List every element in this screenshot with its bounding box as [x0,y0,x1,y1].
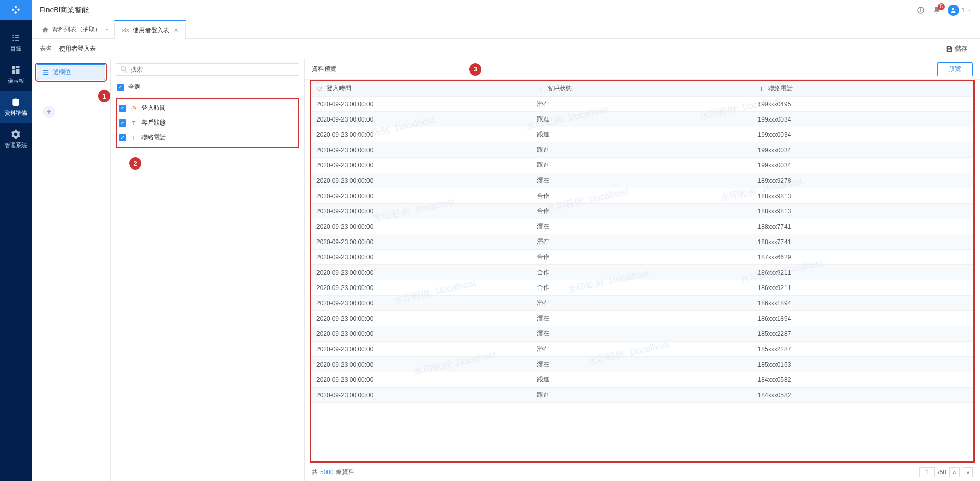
field-row[interactable]: ✓◷登入時間 [118,101,297,115]
table-cell: 跟進 [532,112,752,127]
callout-2: 2 [129,157,141,170]
left-rail: 目錄 儀表板 資料準備 管理系統 [0,20,32,481]
rail-item-dashboard[interactable]: 儀表板 [0,59,32,91]
table-cell: 2020-09-23 00:00:00 [311,296,532,311]
page-input[interactable] [919,467,935,477]
table-row[interactable]: 2020-09-23 00:00:00合作186xxx9211 [311,280,973,296]
table-cell: 2020-09-23 00:00:00 [311,142,532,158]
checkbox-checked-icon: ✓ [119,119,126,127]
table-row[interactable]: 2020-09-23 00:00:00跟進199xxx0034 [311,158,973,173]
table-row[interactable]: 2020-09-23 00:00:00潛在185xxx2287 [311,342,973,357]
table-row[interactable]: 2020-09-23 00:00:00跟進199xxx0034 [311,127,973,142]
save-button[interactable]: 儲存 [941,42,972,56]
table-row[interactable]: 2020-09-23 00:00:00潛在185xxx0153 [311,357,973,372]
table-cell: 跟進 [532,158,752,173]
table-row[interactable]: 2020-09-23 00:00:00潛在185xxx2287 [311,326,973,342]
table-row[interactable]: 2020-09-23 00:00:00潛在189xxx9278 [311,173,973,188]
select-fields-button[interactable]: 選欄位 [37,64,105,80]
page-total: /50 [938,469,946,476]
table-row[interactable]: 2020-09-23 00:00:00跟進199xxx0034 [311,112,973,127]
table-cell: 2020-09-23 00:00:00 [311,127,532,142]
tree-connector [44,84,44,108]
breadcrumb-home[interactable]: 資料列表（抽取） [37,25,114,34]
rail-item-admin[interactable]: 管理系統 [0,123,32,155]
table-cell: 2020-09-23 00:00:00 [311,97,532,112]
main-split: 選欄位 + 1 ✓ 全選 ✓◷登入時間✓T客戶狀態✓T聯絡電話 2 [32,59,980,481]
top-header: FineBI商業智能 5 1 [0,0,980,20]
table-cell: 2020-09-23 00:00:00 [311,265,532,280]
table-cell: 186xxx9211 [753,280,973,296]
close-icon[interactable]: × [174,26,178,34]
table-cell: 跟進 [532,372,752,388]
preview-button[interactable]: 預覽 [937,62,973,76]
table-cell: 186xxx1894 [753,311,973,326]
checkbox-checked-icon: ✓ [119,105,126,112]
table-cell: 潛在 [532,234,752,250]
table-cell: 186xxx9211 [753,265,973,280]
table-cell: 199xxx0034 [753,127,973,142]
row-count: 5000 [320,469,334,476]
logo[interactable] [0,0,32,20]
breadcrumb-row: 資料列表（抽取） xls 使用者登入表 × [32,20,980,39]
preview-table-wrap[interactable]: 水印範例: 1localhost水印範例: 1localhost水印範例: 1l… [310,80,975,463]
table-row[interactable]: 2020-09-23 00:00:00合作187xxx6629 [311,250,973,265]
notification-icon[interactable]: 5 [933,6,941,14]
search-icon [120,66,128,73]
page-prev-button[interactable]: ∧ [949,467,960,477]
table-cell: 2020-09-23 00:00:00 [311,342,532,357]
table-cell: 合作 [532,250,752,265]
preview-footer: 共 5000 條資料 /50 ∧ ∨ [305,463,980,481]
field-label: 登入時間 [141,104,166,112]
field-list: ✓◷登入時間✓T客戶狀態✓T聯絡電話 [116,98,299,148]
column-label: 客戶狀態 [547,84,572,93]
table-row[interactable]: 2020-09-23 00:00:00潛在188xxx7741 [311,234,973,250]
table-row[interactable]: 2020-09-23 00:00:00潛在186xxx1894 [311,296,973,311]
table-cell: 2020-09-23 00:00:00 [311,158,532,173]
field-label: 聯絡電話 [141,133,166,142]
column-label: 登入時間 [327,84,351,93]
rail-item-data-prep[interactable]: 資料準備 [0,91,32,123]
table-cell: 199xxx0034 [753,158,973,173]
column-header[interactable]: T客戶狀態 [532,81,752,97]
user-label: 1 [961,7,965,14]
table-row[interactable]: 2020-09-23 00:00:00合作186xxx9211 [311,265,973,280]
rail-item-catalog[interactable]: 目錄 [0,27,32,59]
table-cell: 2020-09-23 00:00:00 [311,112,532,127]
table-row[interactable]: 2020-09-23 00:00:00潛在188xxx7741 [311,219,973,234]
callout-1: 1 [98,90,110,102]
table-cell: 199xxx0034 [753,142,973,158]
user-menu[interactable]: 1 [948,5,972,16]
table-row[interactable]: 2020-09-23 00:00:00潛在199xxx0495 [311,97,973,112]
checkbox-checked-icon: ✓ [117,84,124,91]
table-row[interactable]: 2020-09-23 00:00:00合作188xxx9813 [311,204,973,219]
table-row[interactable]: 2020-09-23 00:00:00合作188xxx9813 [311,188,973,204]
table-cell: 188xxx9813 [753,188,973,204]
page-next-button[interactable]: ∨ [963,467,973,477]
column-header[interactable]: T聯絡電話 [753,81,973,97]
column-label: 聯絡電話 [768,84,793,93]
table-row[interactable]: 2020-09-23 00:00:00跟進184xxx0582 [311,372,973,388]
preview-title: 資料預覽 [312,65,336,74]
table-name-bar: 表名 使用者登入表 儲存 [32,39,980,59]
table-cell: 潛在 [532,311,752,326]
table-cell: 2020-09-23 00:00:00 [311,188,532,204]
fields-panel: ✓ 全選 ✓◷登入時間✓T客戶狀態✓T聯絡電話 2 [111,59,305,481]
theme-icon[interactable] [916,6,925,15]
field-row[interactable]: ✓T客戶狀態 [118,115,297,130]
tab-active[interactable]: xls 使用者登入表 × [114,20,186,39]
table-row[interactable]: 2020-09-23 00:00:00跟進199xxx0034 [311,142,973,158]
field-search-input[interactable] [131,66,295,73]
table-row[interactable]: 2020-09-23 00:00:00跟進184xxx0582 [311,388,973,403]
add-step-button[interactable]: + [43,106,55,118]
table-row[interactable]: 2020-09-23 00:00:00潛在186xxx1894 [311,311,973,326]
field-row[interactable]: ✓T聯絡電話 [118,130,297,145]
table-cell: 潛在 [532,173,752,188]
field-search[interactable] [116,63,299,76]
table-cell: 185xxx2287 [753,326,973,342]
table-cell: 2020-09-23 00:00:00 [311,388,532,403]
column-header[interactable]: ◷登入時間 [311,81,532,97]
table-cell: 潛在 [532,326,752,342]
select-all-row[interactable]: ✓ 全選 [116,80,299,94]
text-type-icon: T [537,85,544,92]
table-cell: 2020-09-23 00:00:00 [311,250,532,265]
